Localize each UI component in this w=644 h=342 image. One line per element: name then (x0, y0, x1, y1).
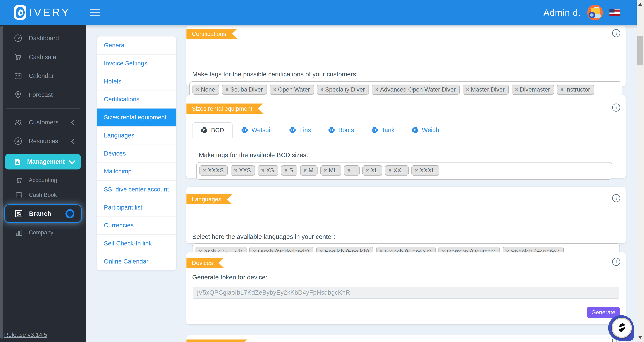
remove-tag-icon[interactable]: ✖ (196, 87, 199, 92)
sizes-rental-equipment-card: Sizes rental equipment i BCD Wetsuit Fin… (186, 95, 626, 178)
tag-label: Master Diver (471, 86, 505, 93)
remove-tag-icon[interactable]: ✖ (320, 87, 324, 92)
tag-chip: ✖XXXL (412, 165, 439, 176)
equipment-tabs: BCD Wetsuit Fins Boots Tank (192, 122, 620, 138)
map-pin-icon (14, 90, 23, 99)
remove-tag-icon[interactable]: ✖ (388, 168, 392, 173)
info-icon[interactable]: i (612, 29, 620, 37)
settings-nav-item[interactable]: Languages (97, 127, 176, 145)
gauge-icon (14, 34, 23, 43)
remove-tag-icon[interactable]: ✖ (560, 87, 564, 92)
equipment-tab[interactable]: Fins (280, 122, 320, 138)
tag-chip: ✖Advanced Open Water Diver (372, 84, 460, 95)
sidebar-item-dashboard[interactable]: Dashboard (0, 29, 86, 48)
settings-nav-item[interactable]: General (97, 36, 176, 54)
remove-tag-icon[interactable]: ✖ (273, 87, 276, 92)
app-logo[interactable]: IVERY (14, 5, 70, 20)
sidebar-item-calendar[interactable]: Calendar (0, 66, 86, 85)
settings-nav-item[interactable]: Online Calendar (97, 252, 176, 270)
equipment-tab[interactable]: Tank (362, 122, 403, 138)
page-scrollbar[interactable] (637, 0, 644, 342)
section-ribbon: Devices (186, 258, 224, 268)
remove-tag-icon[interactable]: ✖ (284, 168, 288, 173)
sidebar-item-management[interactable]: Management (5, 154, 81, 169)
remove-tag-icon[interactable]: ✖ (466, 87, 469, 92)
tag-label: XXXS (208, 167, 224, 174)
settings-nav-item[interactable]: Currencies (97, 217, 176, 235)
sidebar-item-accounting[interactable]: Accounting (0, 173, 86, 188)
chevron-down-icon (69, 158, 75, 164)
remove-tag-icon[interactable]: ✖ (304, 168, 307, 173)
lifebuoy-icon (371, 127, 378, 134)
remove-tag-icon[interactable]: ✖ (203, 168, 206, 173)
tag-label: XXL (394, 167, 405, 174)
brand-name: IVERY (29, 6, 70, 18)
tab-label: Fins (299, 127, 311, 134)
settings-nav-item[interactable]: Self Check-In link (97, 235, 176, 253)
sidebar-divider (6, 108, 80, 109)
release-version-link[interactable]: Release v3.14.5 (4, 332, 47, 338)
hamburger-menu-icon[interactable] (90, 9, 100, 16)
info-icon[interactable]: i (612, 103, 620, 112)
sidebar-item-forecast[interactable]: Forecast (0, 85, 86, 104)
language-flag-us[interactable] (610, 9, 620, 16)
app-header: IVERY Admin d. (0, 0, 637, 25)
section-ribbon: Sizes rental equipment (186, 103, 263, 114)
settings-nav-item[interactable]: Certifications (97, 90, 176, 108)
sidebar-item-cash-sale[interactable]: Cash sale (0, 47, 86, 66)
tag-chip: ✖None (192, 84, 219, 95)
info-icon[interactable]: i (612, 258, 620, 266)
sidebar-item-resources[interactable]: Resources (0, 132, 86, 151)
remove-tag-icon[interactable]: ✖ (225, 87, 228, 92)
remove-tag-icon[interactable]: ✖ (515, 87, 518, 92)
settings-nav-item[interactable]: SSI dive center account (97, 181, 176, 199)
tag-label: Scuba Diver (230, 86, 263, 93)
tag-chip: ✖Scuba Diver (222, 84, 267, 95)
tag-chip: ✖ML (320, 165, 341, 176)
sidebar-item-company[interactable]: Company (0, 225, 86, 240)
tag-label: XS (266, 167, 274, 174)
remove-tag-icon[interactable]: ✖ (366, 168, 369, 173)
cart-icon (15, 176, 23, 184)
scrollbar-thumb[interactable] (638, 36, 643, 65)
device-token-input[interactable]: jV5xQPCgiaoIbL7KdZeBybyEy2kKbD4yFpHsqbgc… (193, 287, 619, 299)
bcd-sizes-tags-input[interactable]: ✖XXXS ✖XXS ✖XS ✖S ✖M ✖ML ✖L ✖XL ✖XXL ✖XX… (196, 162, 612, 180)
generate-button[interactable]: Generate (587, 307, 620, 318)
remove-tag-icon[interactable]: ✖ (415, 168, 418, 173)
tag-chip: ✖L (344, 165, 360, 176)
equipment-tab[interactable]: BCD (192, 122, 232, 138)
user-name[interactable]: Admin d. (544, 7, 581, 18)
tag-label: None (201, 86, 215, 93)
sidebar-item-label: Cash Book (29, 192, 57, 198)
certifications-card: Certifications i Make tags for the possi… (186, 26, 626, 86)
remove-tag-icon[interactable]: ✖ (375, 87, 378, 92)
settings-nav-item[interactable]: Sizes rental equipment (97, 108, 176, 127)
info-icon[interactable]: i (612, 194, 620, 202)
settings-nav-item[interactable]: Devices (97, 144, 176, 163)
scroll-down-arrow-icon[interactable] (638, 336, 642, 339)
remove-tag-icon[interactable]: ✖ (261, 168, 264, 173)
scroll-up-arrow-icon[interactable] (638, 3, 642, 6)
settings-nav-item[interactable]: Hotels (97, 72, 176, 90)
avatar[interactable] (587, 5, 603, 20)
equipment-tab[interactable]: Wetsuit (232, 122, 280, 138)
tag-label: XXS (239, 167, 251, 174)
sidebar-item-branch[interactable]: Branch (4, 204, 82, 223)
tag-chip: ✖XS (258, 165, 278, 176)
equipment-tab[interactable]: Boots (320, 122, 362, 138)
settings-nav-item[interactable]: Mailchimp (97, 163, 176, 181)
equipment-tab[interactable]: Weight (403, 122, 450, 138)
tab-label: BCD (211, 127, 224, 134)
settings-nav-item[interactable]: Participant list (97, 198, 176, 217)
support-widget-button[interactable] (608, 315, 634, 341)
settings-nav: General Invoice Settings Hotels Certific… (96, 36, 176, 271)
remove-tag-icon[interactable]: ✖ (347, 168, 350, 173)
remove-tag-icon[interactable]: ✖ (324, 168, 327, 173)
remove-tag-icon[interactable]: ✖ (234, 168, 238, 173)
tag-label: Specialty Diver (325, 86, 365, 93)
settings-nav-item[interactable]: Invoice Settings (97, 54, 176, 73)
sidebar-item-customers[interactable]: Customers (0, 113, 86, 132)
open-book-icon (15, 191, 23, 199)
sidebar-item-cash-book[interactable]: Cash Book (0, 188, 86, 202)
tag-chip: ✖XXS (230, 165, 255, 176)
